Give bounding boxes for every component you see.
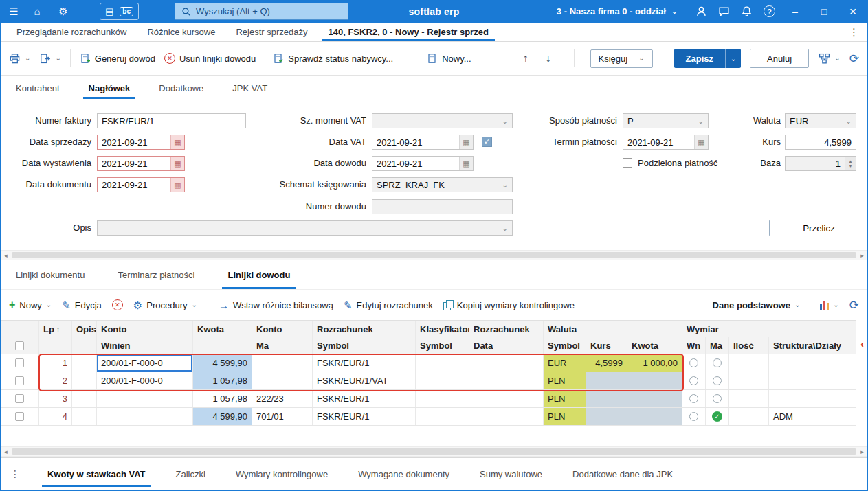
wn-radio[interactable] (689, 394, 698, 403)
ma-radio[interactable] (713, 376, 722, 385)
cell-rozrachunek-data[interactable] (469, 372, 544, 389)
refresh-button[interactable]: ⟳ (849, 52, 859, 66)
sposob-platnosci-field[interactable]: P ⌄ (623, 113, 709, 128)
tab-dodatkowe-dane-jpk[interactable]: Dodatkowe dane dla JPK (564, 458, 681, 490)
col-header-symbol[interactable]: Symbol (544, 337, 586, 354)
row-checkbox[interactable] (15, 412, 24, 421)
select-all-checkbox[interactable] (15, 341, 24, 350)
cell-waluta[interactable]: EUR (544, 354, 586, 372)
row-checkbox[interactable] (15, 394, 24, 403)
wstaw-roznice-button[interactable]: → Wstaw różnice bilansową (219, 300, 333, 310)
numer-faktury-field[interactable]: FSKR/EUR/1 (97, 113, 246, 128)
cell-opis[interactable] (72, 354, 97, 372)
line-edycja-button[interactable]: ✎ Edycja (62, 300, 102, 310)
cell-kwota-walutowa[interactable] (627, 390, 682, 407)
row-checkbox[interactable] (15, 376, 24, 385)
cell-klasyfikator[interactable] (416, 372, 469, 389)
data-vat-checkbox[interactable]: ✓ (482, 137, 492, 147)
grid-row-3[interactable]: 3 1 057,98 222/23 FSKR/EUR/1 PLN (1, 390, 856, 408)
settings-icon[interactable]: ⚙ (54, 0, 72, 23)
move-down-button[interactable]: ↓ (542, 52, 555, 65)
tab-wymagane-dokumenty[interactable]: Wymagane dokumenty (350, 458, 458, 490)
tab-wymiary-kontrolingowe[interactable]: Wymiary kontrolingowe (227, 458, 336, 490)
col-header-data[interactable]: Data (469, 337, 544, 354)
nowy-button[interactable]: Nowy... (427, 53, 471, 64)
chart-view-button[interactable]: ⌄ (820, 300, 838, 310)
cell-waluta[interactable]: PLN (544, 408, 586, 425)
col-header-konto-ma[interactable]: Konto (252, 321, 313, 337)
tab-dodatkowe[interactable]: Dodatkowe (151, 76, 212, 100)
col-header-rozrachunek-data[interactable]: Rozrachunek (469, 321, 544, 337)
tab-linijki-dokumentu[interactable]: Linijki dokumentu (8, 261, 93, 289)
col-header-rozrachunek[interactable]: Rozrachunek (313, 321, 416, 337)
line-nowy-button[interactable]: + Nowy ⌄ (9, 299, 52, 310)
waluta-field[interactable]: EUR ⌄ (785, 113, 856, 128)
baza-field[interactable]: 1 ▴▾ (785, 156, 856, 171)
minimize-button[interactable]: – (786, 6, 804, 17)
podzielona-platnosc-checkbox[interactable] (623, 158, 632, 168)
calendar-icon[interactable]: ▦ (170, 178, 184, 192)
spinner-icon[interactable]: ▴▾ (845, 157, 856, 170)
col-header-wymiar[interactable]: Wymiar (682, 321, 856, 337)
tab-przegladanie-rozrachunkow[interactable]: Przeglądanie rozrachunków (6, 23, 137, 41)
tab-sumy-walutowe[interactable]: Sumy walutowe (471, 458, 550, 490)
dane-podstawowe-dropdown[interactable]: Dane podstawowe ⌄ (713, 300, 801, 310)
help-icon[interactable]: ? (764, 5, 775, 17)
calendar-icon[interactable]: ▦ (694, 135, 708, 149)
kurs-field[interactable]: 4,5999 (785, 135, 856, 150)
print-button[interactable]: ⌄ (9, 53, 30, 65)
cell-ilosc[interactable] (729, 390, 769, 407)
menu-icon[interactable]: ☰ (5, 0, 23, 23)
zapisz-dropdown[interactable]: ⌄ (725, 49, 741, 68)
cell-ilosc[interactable] (729, 408, 769, 425)
cell-opis[interactable] (72, 408, 97, 425)
form-horizontal-scrollbar[interactable]: ◂ ▸ (1, 250, 867, 260)
cell-opis[interactable] (72, 390, 97, 407)
row-checkbox[interactable] (15, 358, 24, 367)
data-dowodu-field[interactable]: 2021-09-21 ▦ (372, 156, 474, 171)
company-selector[interactable]: 3 - Nasza firma 0 - oddział ⌄ (557, 6, 678, 16)
data-dokumentu-field[interactable]: 2021-09-21 ▦ (97, 177, 185, 192)
calendar-icon[interactable]: ▦ (170, 157, 184, 170)
cell-konto-winien[interactable] (97, 408, 193, 425)
zapisz-button[interactable]: Zapisz ⌄ (674, 49, 741, 68)
bell-icon[interactable] (741, 5, 753, 17)
cell-rozrachunek-symbol[interactable]: FSKR/EUR/1 (313, 390, 416, 407)
data-wystawienia-field[interactable]: 2021-09-21 ▦ (97, 156, 185, 171)
scrollbar-thumb[interactable] (12, 252, 856, 258)
cell-kurs[interactable] (586, 372, 627, 389)
wn-radio[interactable] (689, 376, 698, 385)
usun-linijki-button[interactable]: Usuń linijki dowodu (164, 53, 256, 64)
col-header-ma2[interactable]: Ma (706, 337, 729, 354)
scroll-hint-icon[interactable]: ‹ (860, 339, 864, 349)
cell-kwota[interactable]: 1 057,98 (193, 372, 252, 389)
cell-konto-winien[interactable]: 200/01-F-000-0 (97, 372, 193, 389)
cell-lp[interactable]: 4 (39, 408, 72, 425)
cell-kwota-walutowa[interactable] (627, 408, 682, 425)
col-header-klasyfikator[interactable]: Klasyfikator (416, 321, 469, 337)
move-up-button[interactable]: ↑ (519, 52, 533, 65)
maximize-button[interactable]: □ (815, 6, 833, 17)
grid-horizontal-scrollbar[interactable]: ◂ ▸ (1, 446, 867, 457)
col-header-opis[interactable]: Opis (72, 321, 97, 337)
cell-klasyfikator[interactable] (416, 354, 469, 372)
tab-rejestr-sprzedazy[interactable]: Rejestr sprzedaży (225, 23, 318, 41)
cell-struktura[interactable] (769, 390, 856, 407)
termin-platnosci-field[interactable]: 2021-09-21 ▦ (623, 135, 709, 150)
cell-kurs[interactable] (586, 390, 627, 407)
opis-field[interactable]: ⌄ (97, 220, 513, 236)
procedury-button[interactable]: ⚙ Procedury ⌄ (133, 300, 197, 310)
search-input[interactable]: Wyszukaj (Alt + Q) (175, 3, 348, 20)
cell-konto-winien[interactable] (97, 390, 193, 407)
cell-kwota[interactable]: 4 599,90 (193, 408, 252, 425)
tab-nowy-rejestr-sprzedazy[interactable]: 140, FSKR2, 0 - Nowy - Rejestr sprzed (318, 23, 498, 41)
tab-naglowek[interactable]: Nagłówek (80, 76, 139, 100)
cell-konto-ma[interactable]: 222/23 (252, 390, 313, 407)
tab-terminarz-platnosci[interactable]: Terminarz płatności (109, 261, 203, 289)
col-header-kwota[interactable]: Kwota (193, 321, 252, 337)
user-icon[interactable] (695, 5, 707, 17)
scroll-left-icon[interactable]: ◂ (1, 251, 11, 260)
cell-kwota-walutowa[interactable] (627, 372, 682, 389)
cell-lp[interactable]: 3 (39, 390, 72, 407)
cell-rozrachunek-symbol[interactable]: FSKR/EUR/1 (313, 354, 416, 372)
